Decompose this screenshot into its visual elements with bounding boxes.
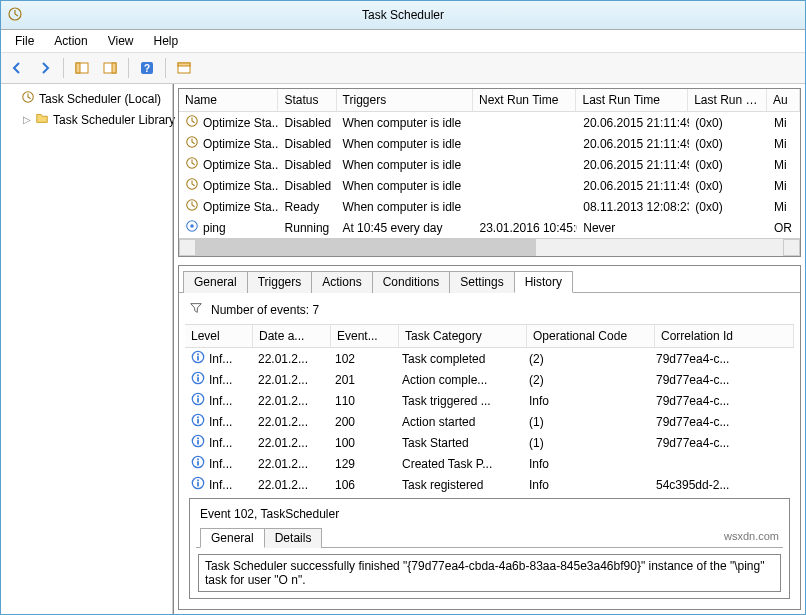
event-correlation bbox=[650, 453, 794, 474]
svg-rect-27 bbox=[197, 419, 199, 423]
task-last-run: 20.06.2015 21:11:49 bbox=[577, 112, 689, 133]
menu-action[interactable]: Action bbox=[44, 32, 97, 50]
event-tab-details[interactable]: Details bbox=[264, 528, 323, 548]
event-level: Inf... bbox=[209, 478, 232, 492]
menu-help[interactable]: Help bbox=[144, 32, 189, 50]
console-tree: Task Scheduler (Local) ▷ Task Scheduler … bbox=[1, 84, 173, 614]
col-level[interactable]: Level bbox=[185, 325, 253, 347]
task-last-run: 20.06.2015 21:11:49 bbox=[577, 154, 689, 175]
event-level: Inf... bbox=[209, 352, 232, 366]
event-id: 129 bbox=[329, 453, 396, 474]
task-triggers: When computer is idle bbox=[336, 196, 473, 217]
task-next-run bbox=[474, 196, 578, 217]
help-button[interactable]: ? bbox=[135, 56, 159, 80]
task-next-run bbox=[474, 175, 578, 196]
event-detail-title: Event 102, TaskScheduler bbox=[196, 505, 783, 527]
col-triggers[interactable]: Triggers bbox=[337, 89, 473, 111]
menu-view[interactable]: View bbox=[98, 32, 144, 50]
nav-forward-button[interactable] bbox=[33, 56, 57, 80]
task-status: Disabled bbox=[279, 133, 337, 154]
event-row[interactable]: Inf... 22.01.2... 110 Task triggered ...… bbox=[185, 390, 794, 411]
task-triggers: When computer is idle bbox=[336, 112, 473, 133]
task-name: Optimize Sta... bbox=[203, 200, 279, 214]
funnel-icon[interactable] bbox=[189, 301, 203, 318]
task-row[interactable]: Optimize Sta... Disabled When computer i… bbox=[179, 175, 800, 196]
svg-rect-24 bbox=[197, 398, 199, 402]
expander-icon[interactable]: ▷ bbox=[23, 114, 31, 125]
tab-history[interactable]: History bbox=[514, 271, 573, 293]
task-last-result: (0x0) bbox=[689, 175, 768, 196]
tree-library[interactable]: ▷ Task Scheduler Library bbox=[19, 109, 170, 130]
col-correlation[interactable]: Correlation Id bbox=[655, 325, 794, 347]
tab-settings[interactable]: Settings bbox=[449, 271, 514, 293]
task-row[interactable]: ping Running At 10:45 every day 23.01.20… bbox=[179, 217, 800, 238]
tab-conditions[interactable]: Conditions bbox=[372, 271, 451, 293]
tab-actions[interactable]: Actions bbox=[311, 271, 372, 293]
tree-root[interactable]: Task Scheduler (Local) bbox=[3, 88, 170, 109]
event-row[interactable]: Inf... 22.01.2... 200 Action started (1)… bbox=[185, 411, 794, 432]
show-hide-console-tree-button[interactable] bbox=[70, 56, 94, 80]
nav-back-button[interactable] bbox=[5, 56, 29, 80]
task-row[interactable]: Optimize Sta... Disabled When computer i… bbox=[179, 112, 800, 133]
events-header-row: Level Date a... Event... Task Category O… bbox=[185, 325, 794, 348]
properties-button[interactable] bbox=[172, 56, 196, 80]
col-next-run[interactable]: Next Run Time bbox=[473, 89, 576, 111]
task-row[interactable]: Optimize Sta... Ready When computer is i… bbox=[179, 196, 800, 217]
col-name[interactable]: Name bbox=[179, 89, 278, 111]
tree-library-label: Task Scheduler Library bbox=[53, 113, 175, 127]
event-category: Task triggered ... bbox=[396, 390, 523, 411]
event-correlation: 79d77ea4-c... bbox=[650, 432, 794, 453]
event-level: Inf... bbox=[209, 457, 232, 471]
event-opcode: Info bbox=[523, 453, 650, 474]
info-icon bbox=[191, 476, 205, 493]
event-category: Task registered bbox=[396, 474, 523, 494]
event-row[interactable]: Inf... 22.01.2... 106 Task registered In… bbox=[185, 474, 794, 494]
tab-general[interactable]: General bbox=[183, 271, 248, 293]
col-last-result[interactable]: Last Run Result bbox=[688, 89, 767, 111]
event-level: Inf... bbox=[209, 394, 232, 408]
tab-triggers[interactable]: Triggers bbox=[247, 271, 313, 293]
task-row[interactable]: Optimize Sta... Disabled When computer i… bbox=[179, 154, 800, 175]
event-correlation: 79d77ea4-c... bbox=[650, 348, 794, 369]
event-tab-general[interactable]: General bbox=[200, 528, 265, 548]
svg-point-16 bbox=[190, 224, 194, 228]
task-name: Optimize Sta... bbox=[203, 116, 279, 130]
svg-rect-34 bbox=[197, 459, 199, 461]
svg-rect-33 bbox=[197, 461, 199, 465]
task-last-run: Never bbox=[577, 217, 689, 238]
col-category[interactable]: Task Category bbox=[399, 325, 527, 347]
col-author[interactable]: Au bbox=[767, 89, 800, 111]
event-row[interactable]: Inf... 22.01.2... 100 Task Started (1) 7… bbox=[185, 432, 794, 453]
task-row[interactable]: Optimize Sta... Disabled When computer i… bbox=[179, 133, 800, 154]
task-author: Mi bbox=[768, 112, 800, 133]
task-next-run bbox=[474, 112, 578, 133]
event-row[interactable]: Inf... 22.01.2... 102 Task completed (2)… bbox=[185, 348, 794, 369]
col-status[interactable]: Status bbox=[278, 89, 336, 111]
event-correlation: 79d77ea4-c... bbox=[650, 390, 794, 411]
toolbar-separator bbox=[63, 58, 64, 78]
event-opcode: (1) bbox=[523, 411, 650, 432]
col-date[interactable]: Date a... bbox=[253, 325, 331, 347]
event-row[interactable]: Inf... 22.01.2... 129 Created Task P... … bbox=[185, 453, 794, 474]
task-author: Mi bbox=[768, 175, 800, 196]
show-hide-action-pane-button[interactable] bbox=[98, 56, 122, 80]
task-triggers: When computer is idle bbox=[336, 175, 473, 196]
clock-icon bbox=[21, 90, 35, 107]
svg-rect-25 bbox=[197, 396, 199, 398]
col-last-run[interactable]: Last Run Time bbox=[576, 89, 688, 111]
event-row[interactable]: Inf... 22.01.2... 201 Action comple... (… bbox=[185, 369, 794, 390]
task-icon bbox=[185, 219, 199, 236]
title-bar: Task Scheduler bbox=[1, 1, 805, 30]
col-opcode[interactable]: Operational Code bbox=[527, 325, 655, 347]
horizontal-scrollbar[interactable] bbox=[179, 238, 800, 256]
col-event[interactable]: Event... bbox=[331, 325, 399, 347]
svg-rect-8 bbox=[178, 63, 190, 66]
task-author: Mi bbox=[768, 154, 800, 175]
event-date: 22.01.2... bbox=[252, 453, 329, 474]
menu-file[interactable]: File bbox=[5, 32, 44, 50]
svg-rect-31 bbox=[197, 438, 199, 440]
tasks-grid: Name Status Triggers Next Run Time Last … bbox=[178, 88, 801, 257]
events-grid: Level Date a... Event... Task Category O… bbox=[185, 324, 794, 494]
event-date: 22.01.2... bbox=[252, 432, 329, 453]
event-detail-pane: Event 102, TaskScheduler General Details… bbox=[189, 498, 790, 599]
